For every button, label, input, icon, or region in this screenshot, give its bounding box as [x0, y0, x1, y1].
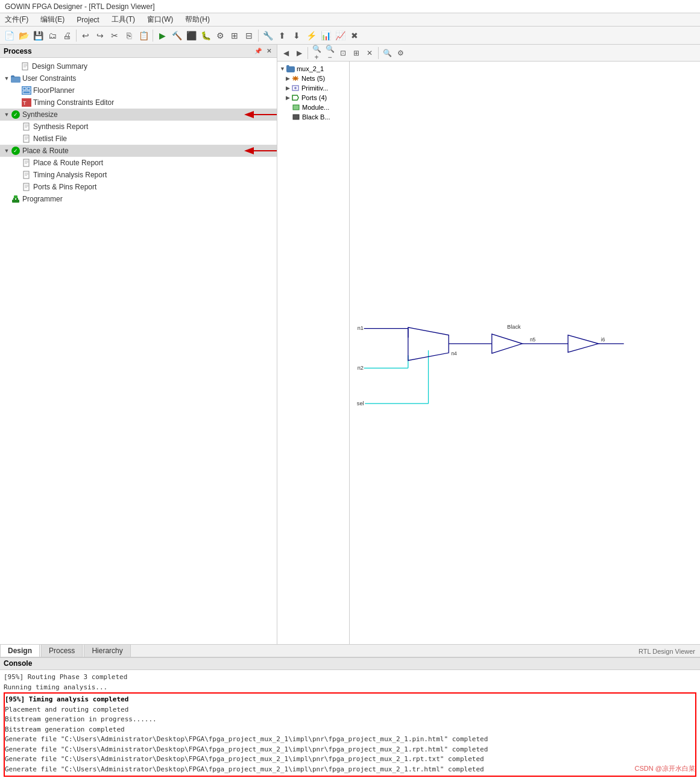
- undo-btn[interactable]: ↩: [79, 29, 92, 42]
- copy-btn[interactable]: ⎘: [122, 29, 136, 42]
- tree-item-design-summary[interactable]: Design Summary: [0, 60, 277, 72]
- rtl-diagram-canvas[interactable]: n1 n2 sel: [350, 62, 700, 644]
- expand-icon: ▶: [286, 85, 290, 91]
- svg-rect-41: [293, 105, 299, 110]
- tree-item-place-route[interactable]: ▼ ✓ Place & Route: [0, 145, 277, 157]
- console-line-7: Generate file "C:\Users\Administrator\De…: [5, 745, 695, 755]
- tree-item-timing-analysis-report[interactable]: Timing Analysis Report: [0, 169, 277, 181]
- svg-rect-37: [14, 195, 17, 198]
- process-tree: Design Summary ▼ User Constraints: [0, 58, 277, 644]
- rtl-tree-module[interactable]: Module...: [277, 103, 349, 112]
- expand-icon: [12, 62, 20, 71]
- rtl-mux-label: mux_2_1: [297, 65, 324, 72]
- open-btn[interactable]: 📂: [17, 29, 30, 42]
- menu-window[interactable]: 窗口(W): [145, 14, 175, 25]
- tree-item-programmer[interactable]: Programmer: [0, 193, 277, 205]
- stop-btn[interactable]: ⬛: [184, 29, 198, 42]
- extra3-btn[interactable]: ⬇: [290, 29, 303, 42]
- build-btn[interactable]: 🔨: [170, 29, 183, 42]
- extra6-btn[interactable]: 📈: [333, 29, 347, 42]
- doc-icon2: [22, 134, 31, 144]
- save-all-btn[interactable]: 🗂: [46, 29, 59, 42]
- tab-process[interactable]: Process: [41, 644, 83, 657]
- paste-btn[interactable]: 📋: [137, 29, 150, 42]
- cut-btn[interactable]: ✂: [108, 29, 121, 42]
- tab-design[interactable]: Design: [0, 644, 40, 657]
- rtl-back-btn[interactable]: ◀: [280, 47, 292, 59]
- check-green-icon2: ✓: [11, 146, 20, 156]
- process-panel: Process 📌 ✕ Design Summary: [0, 45, 277, 644]
- rtl-tree-blackbox[interactable]: Black B...: [277, 112, 349, 122]
- print-btn[interactable]: 🖨: [60, 29, 74, 42]
- console-line-6: Generate file "C:\Users\Administrator\De…: [5, 735, 695, 745]
- svg-rect-43: [350, 218, 700, 487]
- svg-text:n4: n4: [451, 350, 457, 356]
- doc-icon4: [22, 170, 31, 180]
- rtl-nets-label: Nets (5): [301, 75, 325, 82]
- console-header: Console: [0, 658, 700, 670]
- rtl-viewer-label: RTL Design Viewer: [634, 646, 700, 657]
- panel-close-btn[interactable]: ✕: [265, 47, 273, 55]
- expand-icon: ▼: [2, 147, 11, 155]
- floorplan-icon: [22, 86, 31, 95]
- rtl-search-btn[interactable]: 🔍: [381, 47, 393, 59]
- rtl-settings-btn[interactable]: ⚙: [394, 47, 406, 59]
- menu-help[interactable]: 帮助(H): [183, 14, 212, 25]
- extra2-btn[interactable]: ⬆: [276, 29, 289, 42]
- menu-project[interactable]: Project: [74, 15, 101, 25]
- grid-btn[interactable]: ⊞: [228, 29, 241, 42]
- panel-pin-btn[interactable]: 📌: [254, 47, 262, 55]
- sep2: [153, 30, 153, 42]
- floorplanner-label: FloorPlanner: [33, 86, 75, 95]
- tree-item-user-constraints[interactable]: ▼ User Constraints: [0, 72, 277, 84]
- rtl-zoom-out-btn[interactable]: 🔍−: [324, 47, 336, 59]
- menu-tools[interactable]: 工具(T): [109, 14, 137, 25]
- tree-item-ports-pins-report[interactable]: Ports & Pins Report: [0, 181, 277, 193]
- prim-icon: [291, 84, 300, 92]
- rtl-tree-nets[interactable]: ▶ Nets (5): [277, 74, 349, 83]
- rtl-sep1: [307, 47, 308, 59]
- rtl-zoom-btn2[interactable]: ⊞: [350, 47, 362, 59]
- tree-item-floorplanner[interactable]: FloorPlanner: [0, 84, 277, 96]
- new-btn[interactable]: 📄: [2, 29, 16, 42]
- redo-btn[interactable]: ↪: [93, 29, 107, 42]
- program-btn[interactable]: ⚙: [213, 29, 227, 42]
- design-summary-label: Design Summary: [32, 62, 87, 71]
- rtl-zoom-in-btn[interactable]: 🔍+: [311, 47, 323, 59]
- menu-file[interactable]: 文件(F): [2, 14, 31, 25]
- rtl-fit-btn[interactable]: ⊡: [337, 47, 349, 59]
- tree-item-synthesize[interactable]: ▼ ✓ Synthesize: [0, 109, 277, 121]
- save-btn[interactable]: 💾: [31, 29, 45, 42]
- tree-item-netlist-file[interactable]: Netlist File: [0, 133, 277, 145]
- rtl-content: ▼ mux_2_1 ▶ Nets (5) ▶ Primitiv...: [277, 62, 700, 644]
- rtl-viewer-panel: ◀ ▶ 🔍+ 🔍− ⊡ ⊞ ✕ 🔍 ⚙ ▼: [277, 45, 700, 644]
- extra4-btn[interactable]: ⚡: [304, 29, 318, 42]
- tree-item-synthesis-report[interactable]: Synthesis Report: [0, 121, 277, 133]
- tree-item-place-route-report[interactable]: Place & Route Report: [0, 157, 277, 169]
- extra5-btn[interactable]: 📊: [319, 29, 332, 42]
- synthesis-report-label: Synthesis Report: [33, 122, 88, 131]
- console-content[interactable]: [95%] Routing Phase 3 completed Running …: [0, 670, 700, 778]
- rtl-primitives-label: Primitiv...: [301, 84, 328, 92]
- app-title: GOWIN FPGA Designer - [RTL Design Viewer…: [5, 2, 155, 11]
- app-window: GOWIN FPGA Designer - [RTL Design Viewer…: [0, 0, 700, 778]
- rtl-tree-ports[interactable]: ▶ Ports (4): [277, 93, 349, 103]
- grid2-btn[interactable]: ⊟: [242, 29, 256, 42]
- build-tools: ▶ 🔨 ⬛ 🐛 ⚙ ⊞ ⊟: [156, 29, 256, 42]
- rtl-tree-primitives[interactable]: ▶ Primitiv...: [277, 83, 349, 93]
- timing-constraints-label: Timing Constraints Editor: [33, 98, 114, 107]
- run-btn[interactable]: ▶: [156, 29, 169, 42]
- rtl-forward-btn[interactable]: ▶: [293, 47, 305, 59]
- document-icon: [20, 62, 30, 71]
- svg-text:n1: n1: [358, 325, 364, 331]
- menu-edit[interactable]: 编辑(E): [38, 14, 67, 25]
- rtl-stop-btn[interactable]: ✕: [364, 47, 376, 59]
- tab-hierarchy[interactable]: Hierarchy: [84, 644, 130, 657]
- rtl-tree-mux[interactable]: ▼ mux_2_1: [277, 64, 349, 74]
- extra1-btn[interactable]: 🔧: [261, 29, 274, 42]
- extra7-btn[interactable]: ✖: [348, 29, 361, 42]
- svg-text:n2: n2: [358, 365, 364, 371]
- tree-item-timing-constraints[interactable]: T Timing Constraints Editor: [0, 96, 277, 109]
- watermark-text: CSDN @凉开水白菜: [635, 764, 695, 773]
- debug-btn[interactable]: 🐛: [199, 29, 212, 42]
